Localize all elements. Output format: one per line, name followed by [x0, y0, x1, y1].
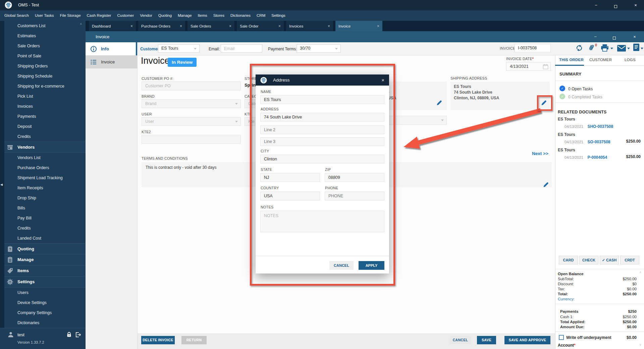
address-line3-field[interactable]: [260, 137, 384, 146]
sidebar-item[interactable]: Dictionaries: [0, 318, 86, 328]
sidebar-item[interactable]: Purchase Orders: [0, 163, 86, 173]
sidebar-item[interactable]: Shipping Schedule: [0, 71, 86, 81]
menu-item[interactable]: Vendor: [138, 10, 154, 21]
sidebar-section-items[interactable]: Items: [0, 265, 86, 277]
sidebar-item[interactable]: Bills: [0, 203, 86, 213]
sidebar-item[interactable]: Shipment Load Tracking: [0, 173, 86, 183]
edit-billing-address-icon[interactable]: [436, 99, 443, 106]
menu-item[interactable]: Global Search: [2, 10, 31, 21]
save-and-approve-button[interactable]: SAVE AND APPROVE: [504, 336, 550, 344]
menu-item[interactable]: Dictionaries: [228, 10, 253, 21]
sidebar-section-manage[interactable]: Manage: [0, 254, 86, 265]
address-line1-field[interactable]: [260, 113, 384, 121]
city-field[interactable]: [260, 155, 384, 163]
invoice-date-field[interactable]: 4/13/2021: [506, 62, 551, 71]
zip-field[interactable]: [325, 173, 384, 182]
calendar-icon[interactable]: [543, 64, 548, 69]
restore-icon[interactable]: [613, 35, 616, 41]
refresh-icon[interactable]: [576, 44, 583, 52]
phone-field[interactable]: [325, 192, 384, 200]
sidebar-item[interactable]: Shipping Orders: [0, 61, 86, 71]
state-field[interactable]: [260, 173, 320, 182]
close-tab-icon[interactable]: ×: [130, 24, 133, 29]
sidebar-item[interactable]: Customers List: [0, 21, 86, 31]
tab-logs[interactable]: LOGS: [625, 58, 636, 62]
customer-po-field[interactable]: [142, 82, 241, 90]
kte2-field[interactable]: [142, 135, 241, 144]
email-field[interactable]: [224, 45, 259, 52]
address-line2-field[interactable]: [260, 126, 384, 134]
restore-icon[interactable]: [614, 3, 617, 9]
sidebar-item[interactable]: Invoices: [0, 101, 86, 111]
sidebar-item[interactable]: Landed Cost: [0, 233, 86, 243]
kte2-input[interactable]: [145, 135, 237, 143]
close-icon[interactable]: ×: [381, 77, 384, 83]
document-link[interactable]: P-0004054: [587, 155, 607, 160]
lock-icon[interactable]: [66, 332, 72, 338]
modal-apply-button[interactable]: APPLY: [359, 261, 384, 270]
cancel-button[interactable]: CANCEL: [450, 336, 471, 344]
sidebar-section-quoting[interactable]: ? Quoting: [0, 243, 86, 254]
nav-item-invoice[interactable]: Invoice: [86, 55, 137, 68]
minimize-icon[interactable]: −: [590, 34, 600, 39]
sidebar-item[interactable]: Point of Sale: [0, 51, 86, 61]
delete-invoice-button[interactable]: DELETE INVOICE: [141, 336, 175, 344]
sidebar-item[interactable]: Drop Ship: [0, 193, 86, 203]
logout-icon[interactable]: [75, 332, 81, 338]
customer-po-input[interactable]: [145, 82, 237, 90]
menu-item[interactable]: File Storage: [58, 10, 83, 21]
sidebar-section-vendors[interactable]: Vendors: [0, 142, 86, 153]
cash-payment-button[interactable]: ✓ CASH: [600, 256, 619, 264]
customer-select[interactable]: ES Tours: [158, 44, 200, 53]
writeoff-checkbox[interactable]: [559, 335, 564, 340]
sidebar-item[interactable]: Vendors List: [0, 153, 86, 163]
menu-item[interactable]: Quoting: [156, 10, 174, 21]
check-payment-button[interactable]: CHECK: [579, 256, 598, 264]
menu-item[interactable]: Stores: [211, 10, 227, 21]
menu-item[interactable]: User Tasks: [33, 10, 56, 21]
sidebar-item[interactable]: Credits: [0, 132, 86, 142]
tab-invoices[interactable]: Invoices×: [286, 21, 333, 31]
close-tab-icon[interactable]: ×: [278, 24, 281, 29]
next-link[interactable]: Next >>: [532, 151, 548, 156]
menu-item[interactable]: Settings: [269, 10, 288, 21]
menu-item[interactable]: Customer: [115, 10, 136, 21]
tab-customer[interactable]: CUSTOMER: [589, 58, 612, 62]
sidebar-item[interactable]: Credits: [0, 223, 86, 233]
country-field[interactable]: [260, 192, 320, 200]
sidebar-item[interactable]: Estimates: [0, 31, 86, 41]
scroll-up-icon[interactable]: ∧: [639, 270, 642, 274]
notes-field[interactable]: [260, 211, 384, 232]
edit-terms-icon[interactable]: [543, 181, 549, 188]
sidebar-item[interactable]: Pay Bill: [0, 213, 86, 223]
sidebar-item[interactable]: Users: [0, 288, 86, 298]
tab-invoice[interactable]: Invoice×: [335, 21, 382, 31]
card-payment-button[interactable]: CARD: [559, 256, 578, 264]
close-tab-icon[interactable]: ×: [377, 24, 379, 29]
print-icon[interactable]: [600, 44, 609, 52]
name-field[interactable]: [260, 95, 384, 104]
export-dropdown-icon[interactable]: [641, 48, 643, 49]
tab-sale-order[interactable]: Sale Order×: [237, 21, 284, 31]
menu-item[interactable]: Cash Register: [85, 10, 114, 21]
document-link[interactable]: SO-0037508: [587, 140, 610, 144]
collapse-sidebar-icon[interactable]: ◀: [0, 183, 3, 186]
sidebar-scroll-up-icon[interactable]: ∧: [80, 22, 82, 26]
brand-select[interactable]: Brand: [142, 99, 241, 108]
close-tab-icon[interactable]: ×: [180, 24, 182, 29]
nav-item-info[interactable]: Info: [86, 42, 137, 55]
minimize-icon[interactable]: −: [591, 3, 601, 8]
sidebar-item[interactable]: Pick List: [0, 91, 86, 101]
close-tab-icon[interactable]: ×: [229, 24, 231, 29]
sidebar-item[interactable]: Item Receipts: [0, 183, 86, 193]
email-dropdown-icon[interactable]: [627, 48, 630, 49]
tab-this-order[interactable]: THIS ORDER: [559, 58, 584, 62]
menu-item[interactable]: Items: [196, 10, 210, 21]
sidebar-item[interactable]: Deposit: [0, 121, 86, 132]
return-button[interactable]: RETURN: [181, 336, 207, 344]
close-icon[interactable]: ×: [630, 34, 640, 39]
payment-terms-select[interactable]: 30/70: [297, 44, 341, 53]
save-button[interactable]: SAVE: [477, 336, 496, 344]
attachment-icon[interactable]: [588, 44, 595, 52]
close-icon[interactable]: ×: [631, 3, 641, 8]
